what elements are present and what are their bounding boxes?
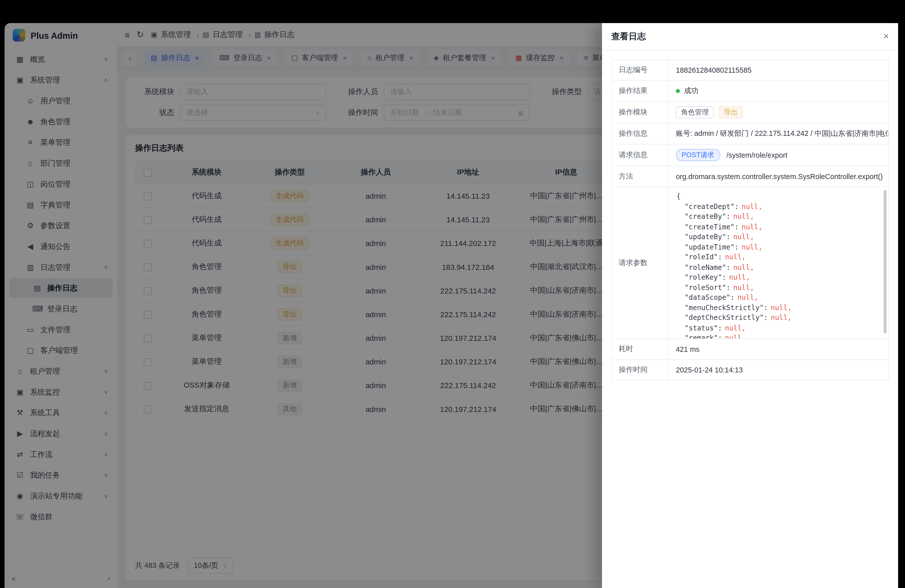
- module-tag: 导出: [718, 106, 743, 118]
- code-line: "createBy":null,: [676, 212, 880, 222]
- operation-info-value: 账号: admin / 研发部门 / 222.175.114.242 / 中国|…: [668, 124, 888, 144]
- code-line: "updateBy":null,: [676, 232, 880, 242]
- detail-label: 耗时: [612, 339, 668, 359]
- close-icon[interactable]: ×: [883, 31, 889, 41]
- module-tags: 角色管理 导出: [668, 102, 888, 123]
- code-line: "status":null,: [676, 323, 880, 333]
- detail-row-duration: 耗时 421 ms: [612, 339, 888, 360]
- post-method-tag: POST请求: [676, 149, 720, 161]
- detail-label: 操作结果: [612, 81, 668, 101]
- json-code-block[interactable]: { "createDept":null, "createBy":null, "c…: [668, 187, 888, 338]
- detail-row-module: 操作模块 角色管理 导出: [612, 102, 888, 124]
- request-info-value: POST请求 /system/role/export: [668, 145, 888, 166]
- detail-label: 方法: [612, 166, 668, 186]
- code-line: "remark":null,: [676, 333, 880, 338]
- code-line: "deptCheckStrictly":null,: [676, 313, 880, 323]
- detail-row-log-id: 日志编号 1882612840802115585: [612, 60, 888, 81]
- code-line: "dataScope":null,: [676, 293, 880, 303]
- result-text: 成功: [684, 86, 699, 96]
- detail-label: 操作信息: [612, 124, 668, 144]
- screen: Plus Admin ▦ 概览 ∨ ▣ 系统管理 ∧: [0, 0, 905, 588]
- drawer-body: 日志编号 1882612840802115585 操作结果 成功 操作模块 角色…: [602, 50, 898, 390]
- code-line: "roleKey":null,: [676, 273, 880, 283]
- detail-row-method: 方法 org.dromara.system.controller.system.…: [612, 166, 888, 187]
- method-value: org.dromara.system.controller.system.Sys…: [668, 166, 888, 186]
- code-line: "createTime":null,: [676, 222, 880, 232]
- code-line: "updateTime":null,: [676, 242, 880, 252]
- request-params-value: { "createDept":null, "createBy":null, "c…: [668, 187, 888, 338]
- code-line: "menuCheckStrictly":null,: [676, 303, 880, 313]
- result-value: 成功: [668, 81, 888, 101]
- code-line: "roleId":null,: [676, 253, 880, 262]
- drawer-header: 查看日志 ×: [602, 23, 898, 50]
- module-tag: 角色管理: [676, 106, 714, 118]
- detail-row-time: 操作时间 2025-01-24 10:14:13: [612, 360, 888, 380]
- drawer-title: 查看日志: [611, 31, 646, 42]
- code-line: {: [676, 192, 880, 202]
- view-log-drawer: 查看日志 × 日志编号 1882612840802115585 操作结果 成功 …: [602, 23, 898, 588]
- detail-row-info: 操作信息 账号: admin / 研发部门 / 222.175.114.242 …: [612, 124, 888, 145]
- success-dot-icon: [676, 89, 680, 93]
- log-detail-table: 日志编号 1882612840802115585 操作结果 成功 操作模块 角色…: [611, 60, 889, 381]
- detail-label: 操作时间: [612, 360, 668, 380]
- request-url: /system/role/export: [727, 151, 788, 159]
- detail-label: 日志编号: [612, 60, 668, 80]
- detail-row-result: 操作结果 成功: [612, 81, 888, 102]
- duration-value: 421 ms: [668, 339, 888, 359]
- code-line: "createDept":null,: [676, 202, 880, 212]
- detail-row-request: 请求信息 POST请求 /system/role/export: [612, 145, 888, 166]
- detail-label: 请求参数: [612, 187, 668, 338]
- log-id-value: 1882612840802115585: [668, 60, 888, 80]
- operation-time-value: 2025-01-24 10:14:13: [668, 360, 888, 380]
- detail-label: 操作模块: [612, 102, 668, 123]
- detail-row-params: 请求参数 { "createDept":null, "createBy":nul…: [612, 187, 888, 339]
- code-line: "roleName":null,: [676, 262, 880, 273]
- code-line: "roleSort":null,: [676, 283, 880, 293]
- detail-label: 请求信息: [612, 145, 668, 166]
- code-scrollbar[interactable]: [884, 190, 886, 334]
